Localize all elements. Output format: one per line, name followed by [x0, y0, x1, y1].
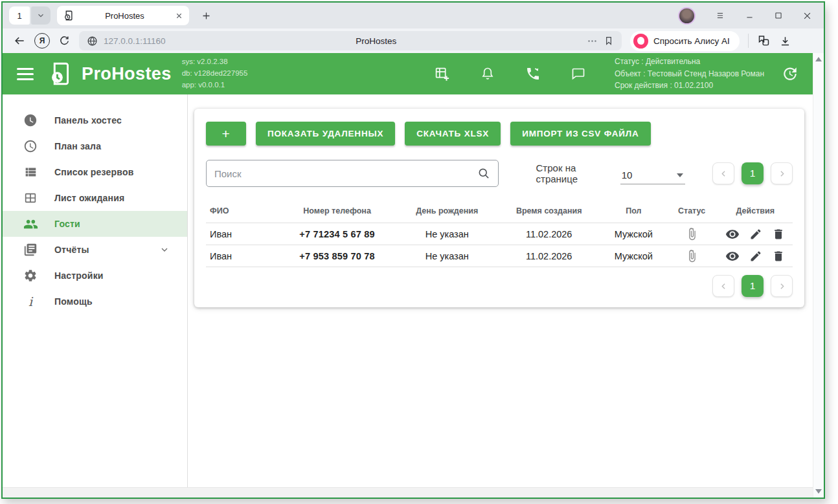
guest-phone: +7 71234 5 67 89	[277, 223, 398, 245]
update-icon[interactable]	[782, 65, 798, 82]
more-icon[interactable]	[587, 36, 598, 47]
show-deleted-button[interactable]: ПОКАЗАТЬ УДАЛЕННЫХ	[256, 122, 395, 146]
prohostes-favicon-icon	[63, 10, 74, 21]
vertical-scrollbar[interactable]	[813, 53, 824, 498]
pagination-bottom: 1	[206, 275, 793, 300]
search-input[interactable]	[214, 168, 477, 179]
guest-phone: +7 953 859 70 78	[277, 245, 398, 267]
list-icon	[23, 165, 38, 179]
collections-icon[interactable]	[757, 34, 771, 48]
next-page-button[interactable]	[771, 162, 793, 184]
sidebar-item-hostess-panel[interactable]: Панель хостес	[3, 107, 187, 133]
col-birthday: День рождения	[398, 200, 496, 223]
caret-down-icon	[677, 173, 683, 177]
object-line: Объект : Тестовый Стенд Назаров Роман	[615, 68, 765, 80]
rows-per-page-select[interactable]: 10	[620, 170, 685, 184]
phone-callback-icon[interactable]	[525, 66, 541, 82]
col-phone: Номер телефона	[277, 200, 398, 223]
license-status-block: Статус : Действительна Объект : Тестовый…	[615, 56, 765, 92]
tab-group-button[interactable]: 1	[9, 6, 30, 25]
prohostes-logo-icon	[47, 60, 74, 87]
page-1-button[interactable]: 1	[742, 275, 764, 297]
sidebar-item-guests[interactable]: Гости	[3, 211, 187, 237]
tab-strip: 1 ProHostes	[3, 3, 824, 28]
table-row: Иван +7 953 859 70 78 Не указан 11.02.20…	[206, 245, 793, 267]
chevron-down-icon[interactable]	[159, 245, 170, 255]
delete-trash-icon[interactable]	[772, 228, 785, 241]
delete-trash-icon[interactable]	[772, 250, 785, 263]
col-name: ФИО	[206, 200, 277, 223]
browser-tab[interactable]: ProHostes	[57, 6, 189, 25]
url-text: 127.0.0.1:11160	[104, 36, 166, 46]
edit-pencil-icon[interactable]	[749, 228, 762, 241]
guest-gender: Мужской	[602, 245, 666, 267]
paperclip-status-icon[interactable]	[670, 227, 714, 241]
address-bar[interactable]: 127.0.0.1:11160 ProHostes	[79, 31, 622, 50]
version-info: sys: v2.0.2.38 db: v128ded227955 app: v0…	[182, 56, 248, 91]
scroll-down-icon[interactable]	[815, 489, 822, 494]
prev-page-button[interactable]	[712, 275, 734, 297]
next-page-button[interactable]	[771, 275, 793, 297]
guests-table: ФИО Номер телефона День рождения Время с…	[206, 200, 793, 267]
sidebar: Панель хостес План зала Список резервов	[3, 94, 188, 487]
app-header: ProHostes sys: v2.0.2.38 db: v128ded2279…	[3, 53, 813, 94]
sidebar-item-hall-plan[interactable]: План зала	[3, 133, 187, 159]
notifications-bell-icon[interactable]	[480, 66, 495, 82]
sidebar-item-settings[interactable]: Настройки	[3, 263, 187, 289]
sidebar-item-reports[interactable]: Отчёты	[3, 237, 187, 263]
app-version: app: v0.0.0.1	[182, 80, 248, 91]
new-tab-button[interactable]	[197, 6, 215, 25]
paperclip-status-icon[interactable]	[670, 249, 714, 263]
guest-birthday: Не указан	[398, 223, 496, 245]
minimize-button[interactable]	[745, 11, 754, 20]
search-row: Строк на странице 10 1	[206, 160, 793, 187]
sys-version: sys: v2.0.2.38	[182, 56, 248, 68]
prev-page-button[interactable]	[712, 162, 734, 184]
download-xlsx-button[interactable]: СКАЧАТЬ XLSX	[405, 122, 501, 146]
guest-created: 11.02.2026	[496, 245, 601, 267]
sidebar-item-reserve-list[interactable]: Список резервов	[3, 159, 187, 185]
profile-avatar[interactable]	[678, 7, 696, 25]
alice-ai-button[interactable]: Спросить Алису AI	[630, 31, 740, 51]
col-status: Статус	[666, 200, 718, 223]
import-csv-button[interactable]: ИМПОРТ ИЗ CSV ФАЙЛА	[510, 122, 650, 146]
browser-menu-icon[interactable]	[715, 11, 725, 20]
menu-hamburger-icon[interactable]	[17, 68, 34, 80]
table-row: Иван +7 71234 5 67 89 Не указан 11.02.20…	[206, 223, 793, 245]
pagination-top: 1	[712, 162, 793, 184]
alice-label: Спросить Алису AI	[653, 36, 730, 46]
edit-pencil-icon[interactable]	[749, 250, 762, 263]
scroll-up-icon[interactable]	[815, 57, 822, 61]
guest-created: 11.02.2026	[496, 223, 601, 245]
horizontal-scrollbar[interactable]	[3, 487, 813, 498]
row-actions	[721, 227, 789, 241]
rows-per-page: Строк на странице 10	[536, 162, 685, 184]
bookmark-icon[interactable]	[604, 36, 614, 46]
guest-name: Иван	[206, 245, 277, 267]
yandex-icon[interactable]: Я	[34, 33, 50, 49]
table-header-row: ФИО Номер телефона День рождения Время с…	[206, 200, 793, 223]
tab-close-icon[interactable]	[175, 12, 183, 20]
downloads-icon[interactable]	[779, 35, 791, 47]
chat-icon[interactable]	[571, 66, 586, 82]
search-box	[206, 160, 499, 187]
guest-gender: Мужской	[602, 223, 666, 245]
sidebar-item-waiting-list[interactable]: Лист ожидания	[3, 185, 187, 211]
toolbar-divider	[748, 34, 749, 48]
view-eye-icon[interactable]	[725, 227, 740, 241]
reports-icon	[23, 243, 38, 257]
sidebar-item-help[interactable]: i Помощь	[3, 289, 187, 314]
back-icon[interactable]	[13, 34, 26, 47]
refresh-icon[interactable]	[58, 35, 71, 47]
page-1-button[interactable]: 1	[742, 162, 764, 184]
maximize-button[interactable]	[774, 11, 783, 20]
add-table-icon[interactable]	[434, 66, 450, 82]
table-grid-icon	[23, 191, 38, 205]
add-guest-button[interactable]: +	[206, 122, 246, 146]
clock-filled-icon	[23, 113, 38, 127]
db-version: db: v128ded227955	[182, 68, 248, 80]
view-eye-icon[interactable]	[725, 249, 740, 263]
tab-group-chevron-icon[interactable]	[31, 6, 51, 25]
alice-icon	[633, 34, 648, 49]
close-button[interactable]	[802, 11, 812, 21]
